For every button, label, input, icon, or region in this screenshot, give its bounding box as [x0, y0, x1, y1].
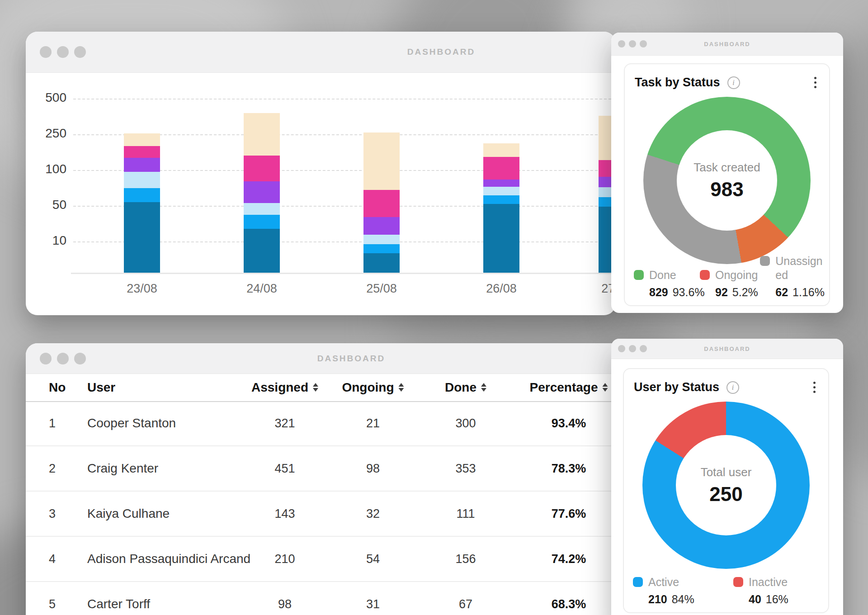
cell-percentage: 93.4% — [552, 416, 586, 430]
window-controls — [618, 40, 647, 47]
window-control-close[interactable] — [40, 353, 52, 364]
legend-swatch-icon — [700, 270, 710, 280]
info-icon[interactable]: i — [726, 381, 739, 394]
window-control-close[interactable] — [618, 40, 625, 47]
task-status-donut-chart: Task created 983 — [643, 97, 811, 264]
window-control-zoom[interactable] — [74, 353, 86, 364]
kebab-menu-icon[interactable] — [811, 380, 817, 395]
gridline — [73, 99, 616, 99]
legend-item-done[interactable]: Done82993.6% — [634, 268, 700, 299]
cell-assigned: 143 — [274, 507, 295, 521]
window-control-close[interactable] — [618, 345, 625, 352]
legend-percent: 5.2% — [732, 286, 758, 298]
legend-count: 92 — [715, 286, 728, 298]
x-axis-label: 26/08 — [470, 282, 533, 296]
bar-segment-pink — [363, 190, 400, 217]
legend-percent: 16% — [766, 593, 788, 606]
window-control-minimize[interactable] — [57, 46, 69, 58]
bar-stack-24-08 — [244, 113, 280, 273]
kebab-menu-icon[interactable] — [812, 75, 818, 90]
legend-values: 4016% — [749, 593, 788, 606]
sort-arrows-icon[interactable] — [313, 383, 318, 392]
cell-done: 67 — [459, 597, 472, 611]
legend-label: Ongoing — [715, 268, 758, 282]
bar-segment-light-blue — [363, 235, 400, 244]
cell-no: 2 — [49, 462, 56, 476]
column-header-percentage[interactable]: Percentage — [530, 380, 608, 395]
y-tick-label: 500 — [30, 90, 66, 105]
window-control-zoom[interactable] — [640, 40, 647, 47]
donut-center-value: 983 — [710, 178, 743, 201]
window-control-zoom[interactable] — [640, 345, 647, 352]
legend-item-ongoing[interactable]: Ongoing925.2% — [700, 268, 760, 299]
legend-item-inactive[interactable]: Inactive4016% — [733, 575, 788, 606]
y-tick-label: 250 — [30, 126, 66, 141]
table-body: 1Cooper Stanton3212130093.4%2Craig Kente… — [26, 401, 677, 615]
card-header: Task by Status i — [625, 64, 829, 90]
info-icon[interactable]: i — [727, 76, 740, 89]
titlebar: DASHBOARD — [26, 32, 616, 73]
window-control-zoom[interactable] — [74, 46, 86, 58]
bar-segment-blue — [244, 215, 280, 229]
legend-text: Active21084% — [648, 575, 694, 606]
window-control-minimize[interactable] — [57, 353, 69, 364]
legend-item-active[interactable]: Active21084% — [633, 575, 733, 606]
cell-user: Cooper Stanton — [87, 416, 176, 430]
x-axis-label: 23/08 — [110, 282, 174, 296]
column-header-done[interactable]: Done — [445, 380, 486, 395]
legend-count: 40 — [749, 593, 761, 606]
column-header-ongoing[interactable]: Ongoing — [342, 380, 404, 395]
titlebar: DASHBOARD — [26, 343, 677, 374]
window-controls — [40, 46, 86, 58]
bar-segment-purple — [124, 158, 160, 172]
sort-arrows-icon[interactable] — [481, 383, 486, 392]
table-row: 3Kaiya Culhane1433211177.6% — [26, 492, 677, 537]
donut-center-label: Total user — [701, 465, 752, 479]
bar-segment-light-blue — [124, 172, 160, 188]
legend-count: 62 — [775, 286, 788, 298]
bar-segment-navy — [483, 204, 519, 273]
cell-ongoing: 54 — [366, 552, 380, 566]
sort-arrows-icon[interactable] — [602, 383, 608, 392]
y-tick-label: 100 — [30, 162, 66, 176]
window-title: DASHBOARD — [317, 354, 386, 364]
column-header-assigned[interactable]: Assigned — [251, 380, 318, 395]
cell-assigned: 451 — [274, 462, 295, 476]
table-row: 5Carter Torff98316768.3% — [26, 582, 677, 615]
legend-swatch-icon — [633, 577, 643, 587]
bar-stack-25-08 — [363, 132, 400, 273]
column-header-label: Done — [445, 380, 476, 395]
cell-percentage: 78.3% — [552, 462, 586, 476]
legend-values: 82993.6% — [649, 286, 705, 299]
user-by-status-card: User by Status i Total user 250 Active21… — [623, 368, 829, 613]
cell-done: 300 — [455, 416, 476, 430]
bar-segment-pink — [244, 156, 280, 181]
legend-count: 210 — [648, 593, 667, 606]
column-header-no: No — [49, 380, 66, 395]
cell-percentage: 77.6% — [552, 507, 586, 521]
cell-user: Craig Kenter — [87, 461, 158, 476]
window-control-minimize[interactable] — [629, 40, 636, 47]
legend-percent: 84% — [672, 593, 694, 606]
window-title: DASHBOARD — [407, 47, 476, 57]
window-control-close[interactable] — [40, 46, 52, 58]
y-tick-label: 10 — [30, 233, 66, 248]
legend-text: Unassigned621.16% — [775, 254, 825, 299]
sort-arrows-icon[interactable] — [399, 383, 404, 392]
bar-segment-cream — [244, 113, 280, 156]
bar-segment-pink — [124, 146, 160, 158]
bar-segment-purple — [483, 180, 519, 187]
window-task-status: DASHBOARD Task by Status i Task created … — [611, 33, 843, 313]
window-controls — [40, 353, 86, 364]
legend-count: 829 — [649, 286, 668, 298]
legend-item-unassigned[interactable]: Unassigned621.16% — [760, 254, 825, 299]
table-row: 4Adison Passaquindici Arcand2105415674.2… — [26, 537, 677, 582]
bar-segment-navy — [124, 202, 160, 273]
window-user-table: DASHBOARD No User Assigned Ongoing Done … — [26, 343, 677, 615]
window-control-minimize[interactable] — [629, 345, 636, 352]
card-title: Task by Status — [635, 76, 720, 90]
window-bar-chart: DASHBOARD 500250100501023/0824/0825/0826… — [26, 32, 616, 315]
window-title: DASHBOARD — [704, 345, 750, 352]
cell-no: 3 — [49, 507, 56, 521]
legend-swatch-icon — [760, 256, 770, 266]
